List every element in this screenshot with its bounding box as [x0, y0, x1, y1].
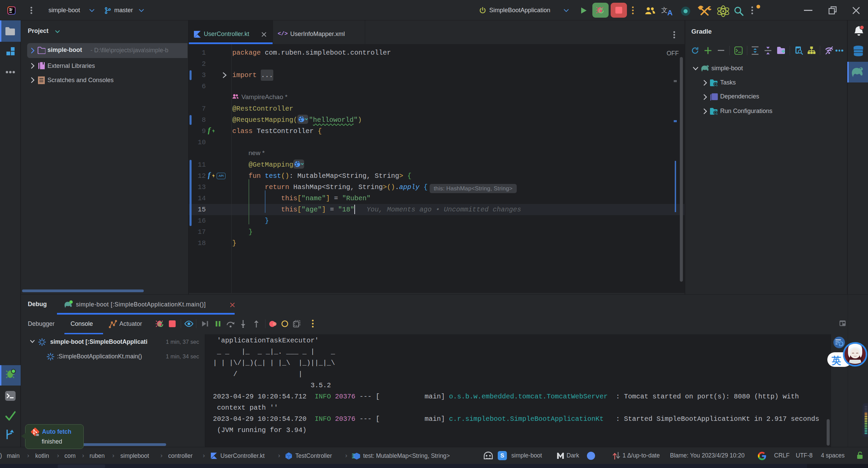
svg-text:A: A [667, 8, 673, 16]
svg-text:文: 文 [661, 6, 668, 14]
